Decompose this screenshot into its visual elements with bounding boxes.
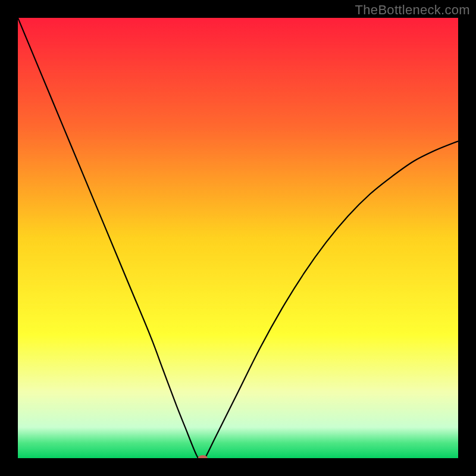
watermark-text: TheBottleneck.com: [355, 2, 470, 18]
chart-svg: [18, 18, 458, 458]
chart-stage: TheBottleneck.com: [0, 0, 476, 476]
